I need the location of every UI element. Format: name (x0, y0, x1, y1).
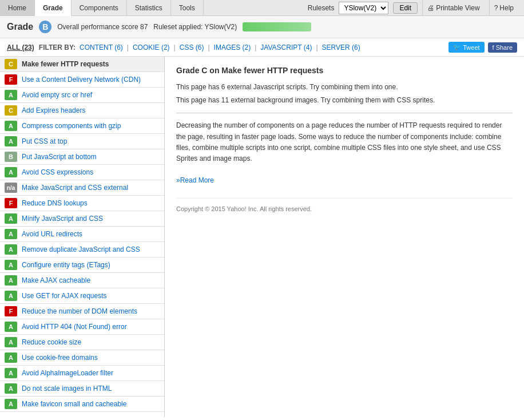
rule-item[interactable]: n/aMake JavaScript and CSS external (0, 180, 164, 196)
grade-title: Grade (7, 22, 33, 32)
rule-item[interactable]: FReduce DNS lookups (0, 196, 164, 211)
filter-all[interactable]: ALL (23) (7, 43, 34, 51)
rule-item[interactable]: AAvoid URL redirects (0, 227, 164, 242)
rule-name: Use a Content Delivery Network (CDN) (22, 76, 141, 84)
rule-name: Use GET for AJAX requests (22, 292, 107, 300)
tweet-button[interactable]: 🐦 Tweet (448, 42, 484, 53)
grade-badge: B (39, 21, 51, 33)
grade-cell: A (5, 260, 17, 270)
rule-name: Reduce cookie size (22, 338, 81, 346)
rule-item[interactable]: ACompress components with gzip (0, 118, 164, 134)
rule-item[interactable]: AAvoid AlphaImageLoader filter (0, 366, 164, 381)
rule-item[interactable]: AAvoid empty src or href (0, 88, 164, 103)
copyright-text: Copyright © 2015 Yahoo! Inc. All rights … (176, 198, 513, 212)
rule-item[interactable]: BPut JavaScript at bottom (0, 149, 164, 165)
grade-cell: A (5, 399, 17, 409)
rule-name: Reduce the number of DOM elements (22, 307, 137, 315)
grade-cell: A (5, 322, 17, 332)
grade-cell: A (5, 383, 17, 394)
grade-cell: A (5, 368, 17, 378)
filter-javascript[interactable]: JAVASCRIPT (4) (259, 43, 313, 51)
grade-cell: A (5, 352, 17, 363)
nav-home[interactable]: Home (0, 0, 35, 15)
rule-name: Compress components with gzip (22, 122, 121, 130)
filter-server[interactable]: SERVER (6) (320, 43, 362, 51)
grade-cell: A (5, 275, 17, 286)
score-text: Overall performance score 87 (57, 23, 148, 31)
rule-name: Configure entity tags (ETags) (22, 261, 110, 269)
rule-item[interactable]: AConfigure entity tags (ETags) (0, 257, 164, 273)
grade-cell: B (5, 152, 17, 162)
rule-name: Remove duplicate JavaScript and CSS (22, 245, 140, 253)
rule-name: Avoid CSS expressions (22, 168, 93, 176)
filter-css[interactable]: CSS (6) (178, 43, 206, 51)
filter-cookie[interactable]: COOKIE (2) (131, 43, 172, 51)
grade-cell: A (5, 121, 17, 131)
rule-item[interactable]: AAvoid HTTP 404 (Not Found) error (0, 319, 164, 335)
rule-name: Use cookie-free domains (22, 354, 98, 362)
rule-item[interactable]: AAvoid CSS expressions (0, 165, 164, 180)
rule-item[interactable]: AReduce cookie size (0, 335, 164, 350)
rule-item[interactable]: AMake AJAX cacheable (0, 273, 164, 288)
grade-cell: n/a (5, 183, 17, 193)
grade-cell: F (5, 74, 17, 85)
rule-name: Avoid URL redirects (22, 230, 82, 238)
grade-cell: F (5, 306, 17, 316)
grade-cell: F (5, 198, 17, 208)
nav-components[interactable]: Components (72, 0, 127, 15)
grade-cell: C (5, 105, 17, 116)
grade-cell: A (5, 229, 17, 239)
rule-item[interactable]: FReduce the number of DOM elements (0, 304, 164, 319)
rule-name: Make JavaScript and CSS external (22, 184, 128, 192)
ruleset-select[interactable]: YSlow(V2) (339, 2, 388, 14)
filter-content[interactable]: CONTENT (6) (78, 43, 125, 51)
detail-separator (176, 113, 513, 113)
rule-item[interactable]: ADo not scale images in HTML (0, 381, 164, 397)
grade-cell: C (5, 59, 17, 69)
nav-grade[interactable]: Grade (35, 0, 72, 16)
rule-item[interactable]: CMake fewer HTTP requests (0, 57, 164, 72)
grade-cell: A (5, 213, 17, 224)
grade-header: Grade B Overall performance score 87 Rul… (0, 16, 524, 38)
rule-item[interactable]: ARemove duplicate JavaScript and CSS (0, 242, 164, 257)
share-button[interactable]: f Share (488, 42, 517, 53)
main-content: CMake fewer HTTP requestsFUse a Content … (0, 57, 524, 417)
grade-cell: A (5, 167, 17, 177)
rulesets-label: Rulesets (308, 4, 335, 12)
filter-images[interactable]: IMAGES (2) (212, 43, 253, 51)
rule-item[interactable]: AUse cookie-free domains (0, 350, 164, 366)
top-nav: Home Grade Components Statistics Tools R… (0, 0, 524, 16)
filter-bar: ALL (23) FILTER BY: CONTENT (6) | COOKIE… (0, 38, 524, 57)
ruleset-applied-text: Ruleset applied: YSlow(V2) (153, 23, 237, 31)
help-icon: ? (494, 4, 498, 12)
grade-cell: A (5, 90, 17, 100)
nav-statistics[interactable]: Statistics (127, 0, 171, 15)
rule-name: Avoid HTTP 404 (Not Found) error (22, 323, 127, 331)
rule-name: Minify JavaScript and CSS (22, 215, 103, 223)
rule-name: Add Expires headers (22, 106, 85, 114)
rule-item[interactable]: CAdd Expires headers (0, 103, 164, 118)
help-button[interactable]: ? Help (489, 0, 518, 15)
rule-name: Make fewer HTTP requests (22, 60, 109, 68)
nav-tools[interactable]: Tools (171, 0, 204, 15)
rule-item[interactable]: AMinify JavaScript and CSS (0, 211, 164, 227)
detail-title: Grade C on Make fewer HTTP requests (176, 66, 513, 75)
rule-name: Avoid AlphaImageLoader filter (22, 369, 113, 377)
printer-icon: 🖨 (427, 4, 434, 12)
right-panel: Grade C on Make fewer HTTP requests This… (165, 57, 524, 417)
rule-item[interactable]: AMake favicon small and cacheable (0, 397, 164, 412)
rule-name: Avoid empty src or href (22, 91, 92, 99)
rule-item[interactable]: FUse a Content Delivery Network (CDN) (0, 72, 164, 88)
edit-button[interactable]: Edit (393, 2, 418, 14)
detail-body: This page has 6 external Javascript scri… (176, 82, 513, 187)
facebook-icon: f (493, 44, 494, 51)
read-more-link[interactable]: »Read More (176, 176, 214, 184)
grade-cell: A (5, 136, 17, 146)
grade-cell: A (5, 244, 17, 255)
rule-item[interactable]: APut CSS at top (0, 134, 164, 149)
score-bar (243, 22, 311, 31)
rule-name: Make favicon small and cacheable (22, 400, 126, 408)
filter-label: FILTER BY: (39, 43, 76, 51)
printable-view-button[interactable]: 🖨 Printable View (422, 0, 485, 15)
rule-item[interactable]: AUse GET for AJAX requests (0, 288, 164, 304)
